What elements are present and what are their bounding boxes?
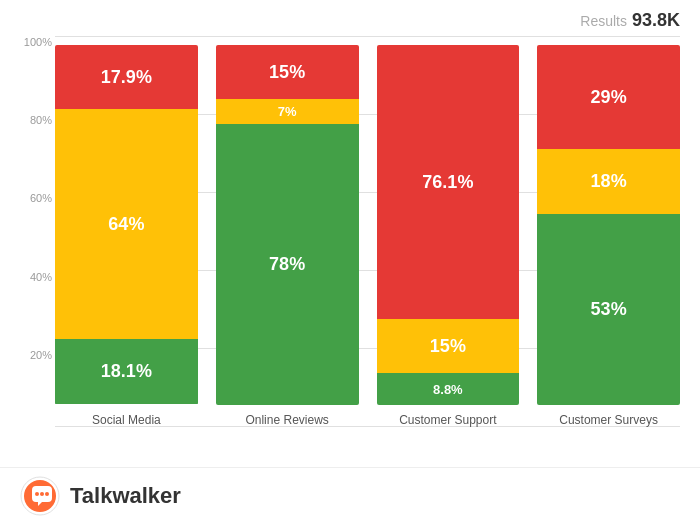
bar-segment-green: 53% (537, 214, 680, 405)
bar-group: 29%18%53%Customer Surveys (537, 45, 680, 427)
y-axis-label: 20% (30, 349, 52, 361)
talkwalker-logo-icon (20, 476, 60, 516)
bar-group: 76.1%15%8.8%Customer Support (377, 45, 520, 427)
bar-label: Online Reviews (245, 413, 328, 427)
bar-label: Customer Support (399, 413, 496, 427)
bar-segment-green: 78% (216, 124, 359, 405)
svg-point-3 (40, 492, 44, 496)
bar-segment-yellow: 18% (537, 149, 680, 214)
results-value: 93.8K (632, 10, 680, 31)
main-container: Results 93.8K 100%80%60%40%20% 17.9%64%1… (0, 0, 700, 526)
y-axis-label: 40% (30, 271, 52, 283)
bar: 17.9%64%18.1% (55, 45, 198, 405)
bar-segment-red: 17.9% (55, 45, 198, 109)
y-axis-label: 80% (30, 114, 52, 126)
y-axis-label: 60% (30, 192, 52, 204)
bar-segment-green: 8.8% (377, 373, 520, 405)
bar: 29%18%53% (537, 45, 680, 405)
results-label: Results (580, 13, 627, 29)
bars-container: 17.9%64%18.1%Social Media15%7%78%Online … (55, 36, 680, 467)
chart-header: Results 93.8K (0, 0, 700, 36)
footer: Talkwalker (0, 467, 700, 526)
svg-point-4 (45, 492, 49, 496)
chart-area: 100%80%60%40%20% 17.9%64%18.1%Social Med… (0, 36, 700, 467)
bar: 76.1%15%8.8% (377, 45, 520, 405)
bar-group: 15%7%78%Online Reviews (216, 45, 359, 427)
svg-point-2 (35, 492, 39, 496)
bar-segment-red: 29% (537, 45, 680, 149)
y-axis-label: 100% (24, 36, 52, 48)
y-axis: 100%80%60%40%20% (10, 36, 52, 427)
bar-segment-green: 18.1% (55, 339, 198, 404)
bar-label: Customer Surveys (559, 413, 658, 427)
bar-segment-yellow: 7% (216, 99, 359, 124)
bar: 15%7%78% (216, 45, 359, 405)
bar-segment-yellow: 15% (377, 319, 520, 373)
logo-text: Talkwalker (70, 483, 181, 509)
bar-segment-red: 76.1% (377, 45, 520, 319)
bar-label: Social Media (92, 413, 161, 427)
bar-group: 17.9%64%18.1%Social Media (55, 45, 198, 427)
bar-segment-red: 15% (216, 45, 359, 99)
bar-segment-yellow: 64% (55, 109, 198, 339)
